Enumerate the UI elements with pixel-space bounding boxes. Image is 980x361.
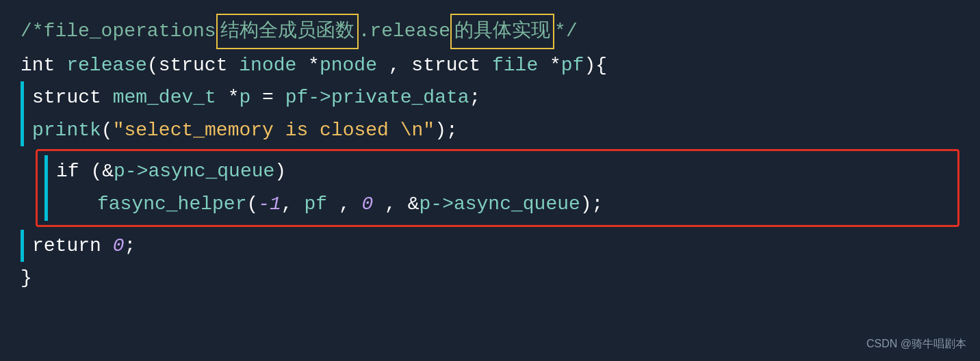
type-inode: inode xyxy=(239,49,308,82)
code-line-3: struct mem_dev_t *p = pf->private_data; xyxy=(21,81,959,114)
func-name: release xyxy=(66,49,147,82)
comment-end: */ xyxy=(554,15,578,48)
keyword-if: if xyxy=(56,155,90,188)
arrow1: -> xyxy=(308,81,331,114)
comma4: , xyxy=(385,188,408,221)
punc: ( xyxy=(147,49,159,82)
struct-kw: struct xyxy=(159,49,240,82)
ptr3: * xyxy=(228,81,240,114)
code-line-2: int release(struct inode *pnode , struct… xyxy=(21,49,959,82)
ptr2: * xyxy=(550,49,561,82)
comma2: , xyxy=(281,188,305,221)
code-line-5: if (&p->async_queue) xyxy=(44,155,951,188)
semi2: ; xyxy=(124,230,136,263)
comma1: , xyxy=(389,49,412,82)
private-data: private_data xyxy=(331,81,469,114)
amp2: & xyxy=(408,188,420,221)
param-pf: pf xyxy=(561,49,584,82)
red-highlight-box: if (&p->async_queue) fasync_helper(-1, p… xyxy=(36,149,959,226)
line-bar2 xyxy=(21,114,24,147)
var-p2: p xyxy=(114,155,125,188)
watermark: CSDN @骑牛唱剧本 xyxy=(866,337,966,351)
code-line-7: return 0; xyxy=(21,230,959,263)
punc4: ( xyxy=(90,155,102,188)
amp: & xyxy=(102,155,114,188)
comment-text: /*file_operations xyxy=(21,15,216,48)
type-memdev: mem_dev_t xyxy=(113,81,228,114)
struct-kw3: struct xyxy=(32,81,113,114)
highlight-chinese-1: 结构全成员函数 xyxy=(216,14,359,49)
punc2: ( xyxy=(101,114,113,147)
comment-mid: .release xyxy=(359,15,450,48)
type-file: file xyxy=(492,49,550,82)
code-line-6: fasync_helper(-1, pf , 0 , &p->async_que… xyxy=(44,188,951,221)
struct-kw2: struct xyxy=(411,49,492,82)
comma3: , xyxy=(339,188,362,221)
var-pf2: pf xyxy=(304,188,338,221)
punc6: ( xyxy=(246,188,258,221)
return-val: 0 xyxy=(113,230,125,263)
param-pnode: pnode xyxy=(320,49,389,82)
arrow2: -> xyxy=(125,155,149,188)
close-paren: ){ xyxy=(584,49,607,82)
eq: = xyxy=(262,81,285,114)
punc7: ); xyxy=(580,188,604,221)
line-bar xyxy=(21,81,24,114)
num-neg1: -1 xyxy=(258,188,281,221)
var-p3: p xyxy=(420,188,431,221)
func-fasync: fasync_helper xyxy=(97,188,246,221)
code-line-4: printk("select_memory is closed \n"); xyxy=(21,114,959,147)
code-line-8: } xyxy=(21,262,959,295)
var-p: p xyxy=(239,81,262,114)
ptr: * xyxy=(308,49,320,82)
code-container: /*file_operations结构全成员函数.release的具体实现*/ … xyxy=(0,0,980,308)
var-pf: pf xyxy=(285,81,309,114)
punc5: ) xyxy=(274,155,286,188)
close-brace: } xyxy=(21,262,32,295)
semi1: ; xyxy=(469,81,481,114)
func-printk: printk xyxy=(32,114,101,147)
keyword-return: return xyxy=(32,230,113,263)
keyword-int: int xyxy=(21,49,66,82)
punc3: ); xyxy=(435,114,458,147)
line-bar5 xyxy=(21,230,24,263)
async-queue: async_queue xyxy=(148,155,274,188)
string-val: "select_memory is closed \n" xyxy=(113,114,435,147)
line-bar4 xyxy=(44,188,48,221)
num-0: 0 xyxy=(362,188,385,221)
async-queue2: async_queue xyxy=(454,188,580,221)
highlight-chinese-2: 的具体实现 xyxy=(450,14,554,49)
code-line-1: /*file_operations结构全成员函数.release的具体实现*/ xyxy=(21,14,959,49)
line-bar3 xyxy=(44,155,48,188)
arrow3: -> xyxy=(430,188,454,221)
